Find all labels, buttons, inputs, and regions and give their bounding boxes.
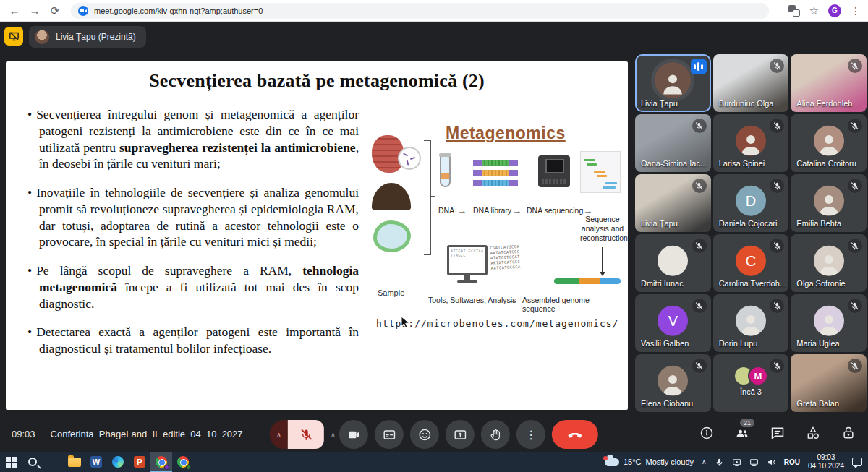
participant-tile[interactable]: D Daniela Cojocari: [713, 174, 789, 232]
presenter-pill[interactable]: Livia Țapu (Prezintă): [29, 26, 146, 48]
tools-label: Tools, Softwares, Analysis: [428, 296, 516, 304]
participant-avatar: D: [736, 186, 766, 216]
present-button[interactable]: [446, 420, 475, 449]
meet-favicon: [78, 6, 88, 16]
overflow-avatar-letter: M: [748, 366, 768, 386]
back-icon[interactable]: ←: [9, 5, 20, 17]
mic-options-chevron[interactable]: ∧: [270, 420, 288, 449]
shared-presentation-slide: Secvențierea bazată pe metagenomică (2) …: [6, 61, 628, 410]
assembled-label: Assembled genome sequence: [522, 296, 624, 313]
alignment-chart: [580, 151, 621, 193]
raise-hand-button[interactable]: [481, 420, 510, 449]
camera-options-chevron[interactable]: ∧: [331, 431, 336, 439]
participant-tile[interactable]: Dorin Lupu: [713, 294, 789, 352]
taskbar-search-icon[interactable]: [22, 452, 43, 472]
participant-tile[interactable]: Emilia Behta: [791, 174, 867, 232]
meet-control-bar: 09:03 Conferinta_PhageLand_II_editie_04_…: [0, 418, 868, 452]
forward-icon[interactable]: →: [29, 5, 41, 17]
browser-menu-icon[interactable]: ⋮: [851, 5, 861, 17]
presentation-muted-icon[interactable]: [4, 27, 23, 46]
chrome-profile-2-icon[interactable]: [172, 452, 194, 472]
slide-title: Secvențierea bazată pe metagenomică (2): [6, 70, 628, 92]
tray-network-icon[interactable]: [749, 458, 759, 467]
reactions-button[interactable]: [410, 420, 439, 449]
participant-tile[interactable]: Alina Ferdohleb: [791, 54, 867, 112]
participant-tile[interactable]: Livia Țapu: [635, 54, 711, 112]
participant-tile[interactable]: C Carolina Tverdoh...: [713, 234, 789, 292]
chat-panel-icon[interactable]: [770, 425, 786, 441]
bullet-marker: •: [27, 185, 32, 199]
mic-off-icon: [770, 119, 784, 133]
start-button[interactable]: [0, 452, 22, 472]
tray-expand-icon[interactable]: ∧: [702, 458, 707, 465]
sequence-text: CGATCATGCCAAATATCATGCCATATCGTGCATAKTATCA…: [490, 244, 521, 270]
taskbar-weather[interactable]: 15°C Mostly cloudy: [605, 458, 694, 466]
word-icon[interactable]: W: [85, 452, 107, 472]
dna-library-bar: [473, 160, 518, 166]
weather-cloud-icon: [605, 458, 619, 466]
tray-mic-icon[interactable]: [715, 458, 724, 467]
participant-grid: Livia Țapu Burduniuc Olga: [635, 54, 867, 412]
mic-off-icon: [692, 119, 707, 133]
cell-illustration: [373, 220, 411, 252]
chrome-active-icon[interactable]: [150, 452, 172, 472]
reload-icon[interactable]: ⟳: [49, 5, 61, 17]
participant-tile[interactable]: Larisa Spinei: [713, 114, 789, 172]
diagram-title: Metagenomics: [446, 124, 566, 143]
participant-tile[interactable]: Oana-Simina Iac...: [635, 114, 711, 172]
participant-name: Alina Ferdohleb: [796, 99, 852, 108]
action-center-icon[interactable]: [852, 458, 862, 466]
person-silhouette-icon: [739, 132, 763, 156]
participant-tile[interactable]: V Vasilii Galben: [635, 294, 711, 352]
mic-off-icon: [770, 179, 784, 193]
tray-cast-icon[interactable]: [732, 458, 741, 467]
browser-profile-avatar[interactable]: G: [828, 4, 841, 17]
address-bar[interactable]: meet.google.com/kiv-qxhn-nqt?amp;authuse…: [71, 3, 769, 19]
participant-tile[interactable]: Olga Sofronie: [791, 234, 867, 292]
participant-name: Emilia Behta: [796, 219, 841, 228]
mouse-cursor: [401, 316, 411, 329]
overflow-avatars: M: [733, 366, 768, 386]
participant-tile[interactable]: M Încă 3: [713, 354, 789, 412]
participant-tile[interactable]: Elena Ciobanu: [635, 354, 711, 412]
participant-avatar: [658, 366, 688, 396]
participant-tile[interactable]: Maria Uglea: [791, 294, 867, 352]
host-controls-icon[interactable]: [841, 425, 856, 441]
meeting-details-icon[interactable]: [699, 425, 715, 441]
participant-avatar: [736, 126, 766, 156]
participant-name: Încă 3: [740, 387, 762, 396]
participant-avatar: [814, 306, 844, 336]
person-silhouette-icon: [739, 312, 763, 336]
participant-tile[interactable]: Livia Țapu: [635, 174, 711, 232]
participant-avatar: [814, 186, 844, 216]
slide-bullet: •Pe lângă scopul de supraveghere a RAM, …: [27, 262, 359, 312]
weather-desc: Mostly cloudy: [645, 458, 694, 466]
flow-label-library: DNA library: [473, 206, 511, 215]
leave-call-button[interactable]: [552, 420, 598, 449]
presenter-name: Livia Țapu (Prezintă): [56, 32, 136, 42]
camera-button[interactable]: [339, 420, 368, 449]
language-indicator[interactable]: ROU: [784, 458, 800, 466]
participant-avatar: C: [736, 246, 766, 276]
edge-icon[interactable]: [107, 452, 129, 472]
more-options-button[interactable]: ⋮: [516, 420, 545, 449]
activities-icon[interactable]: [805, 425, 821, 441]
participant-tile[interactable]: Dmitri Iunac: [635, 234, 711, 292]
people-panel-icon[interactable]: 21: [734, 425, 750, 441]
participant-tile[interactable]: Catalina Croitoru: [791, 114, 867, 172]
divider: [43, 429, 43, 439]
avatar-letter: D: [746, 192, 756, 209]
taskbar-clock[interactable]: 09:03 04.10.2024: [808, 453, 844, 471]
participant-tile[interactable]: Greta Balan: [791, 354, 867, 412]
participant-avatar: [814, 126, 844, 156]
file-explorer-icon[interactable]: [64, 452, 85, 472]
bookmark-star-icon[interactable]: ☆: [809, 4, 819, 17]
translate-icon[interactable]: [788, 5, 800, 17]
tray-volume-icon[interactable]: [767, 458, 776, 467]
mic-mute-button[interactable]: [288, 420, 324, 449]
participant-tile[interactable]: Burduniuc Olga: [713, 54, 789, 112]
sample-bracket: [424, 140, 431, 255]
bullet-marker: •: [27, 263, 32, 278]
captions-button[interactable]: [375, 420, 404, 449]
powerpoint-icon[interactable]: P: [129, 452, 150, 472]
